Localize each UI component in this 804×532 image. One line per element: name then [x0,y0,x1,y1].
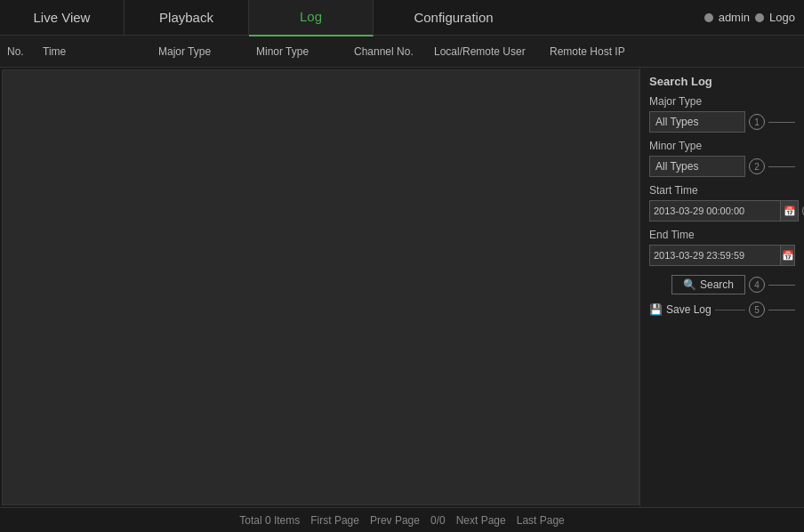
save-log-row: 💾 Save Log 5 [649,302,795,318]
nav-configuration[interactable]: Configuration [374,0,534,36]
prev-page-btn[interactable]: Prev Page [370,514,420,527]
major-type-row: All Types Alarm Exception Operation 1 [649,111,795,133]
search-panel: Search Log Major Type All Types Alarm Ex… [639,68,804,507]
circle-1: 1 [749,114,765,130]
user-label: admin [719,11,750,24]
col-header-major-type: Major Type [158,45,256,58]
nav-playback[interactable]: Playback [125,0,249,36]
top-navigation: Live View Playback Log Configuration adm… [0,0,804,36]
line-2 [768,166,795,167]
end-time-row: 📅 [649,245,795,266]
major-type-label: Major Type [649,95,795,108]
col-header-remote-ip: Remote Host IP [550,45,639,58]
col-header-minor-type: Minor Type [256,45,354,58]
main-content: Search Log Major Type All Types Alarm Ex… [0,68,804,507]
end-time-calendar-btn[interactable]: 📅 [781,245,795,266]
col-header-no: No. [7,45,43,58]
circle-5: 5 [749,302,765,318]
next-page-btn[interactable]: Next Page [456,514,506,527]
last-page-btn[interactable]: Last Page [517,514,565,527]
first-page-btn[interactable]: First Page [310,514,359,527]
end-time-input[interactable] [649,245,781,266]
line-4 [768,285,795,286]
logout-label[interactable]: Logo [769,11,795,24]
end-time-label: End Time [649,229,795,241]
search-button[interactable]: 🔍 Search [671,275,745,294]
search-icon: 🔍 [683,278,696,291]
line-5 [768,310,795,310]
search-button-row: 🔍 Search 4 [649,275,795,294]
user-status-indicator [704,13,713,22]
circle-4: 4 [749,277,765,293]
nav-user-area: admin Logo [704,11,804,24]
major-type-select[interactable]: All Types Alarm Exception Operation [649,111,745,133]
nav-live-view[interactable]: Live View [0,0,125,36]
save-log-label: Save Log [666,303,712,316]
page-info: 0/0 [430,514,446,527]
footer-total: Total 0 Items [239,514,300,527]
logout-indicator [755,13,764,22]
table-column-headers: No. Time Major Type Minor Type Channel N… [0,36,804,68]
col-header-local-remote: Local/Remote User [434,45,550,58]
start-time-input[interactable] [649,200,781,222]
save-icon: 💾 [649,303,663,316]
start-time-calendar-btn[interactable]: 📅 [781,200,799,222]
save-log-button[interactable]: 💾 Save Log [649,303,712,316]
minor-type-select[interactable]: All Types [649,156,745,177]
footer: Total 0 Items First Page Prev Page 0/0 N… [0,507,804,532]
search-button-label: Search [700,278,734,291]
search-panel-title: Search Log [649,75,795,88]
line-1 [768,122,795,123]
minor-type-row: All Types 2 [649,156,795,177]
start-time-row: 📅 3 [649,200,795,222]
minor-type-label: Minor Type [649,140,795,152]
circle-2: 2 [749,158,765,174]
col-header-channel: Channel No. [354,45,434,58]
log-table-area [2,69,639,505]
start-time-label: Start Time [649,184,795,197]
col-header-time: Time [43,45,158,58]
nav-log[interactable]: Log [249,0,374,36]
save-log-line [715,310,745,310]
